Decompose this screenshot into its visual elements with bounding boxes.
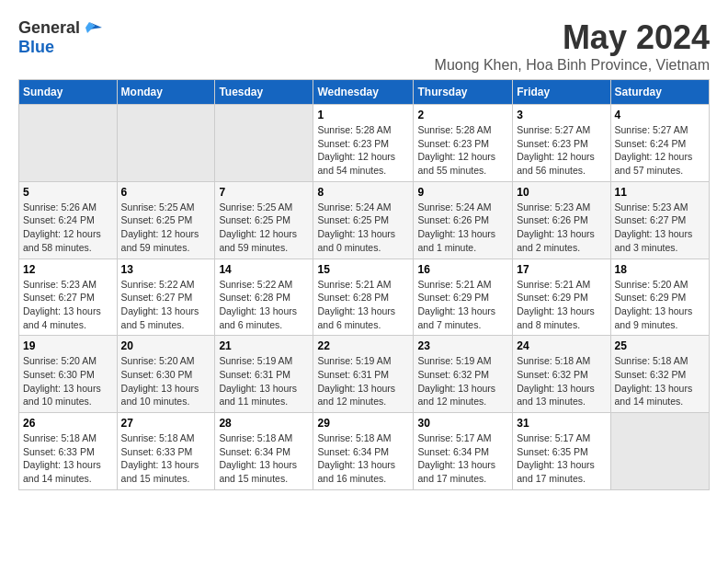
calendar-week-row: 1Sunrise: 5:28 AM Sunset: 6:23 PM Daylig… (19, 105, 710, 182)
calendar-cell: 6Sunrise: 5:25 AM Sunset: 6:25 PM Daylig… (117, 181, 215, 259)
calendar-cell: 13Sunrise: 5:22 AM Sunset: 6:27 PM Dayli… (117, 259, 215, 336)
day-info: Sunrise: 5:19 AM Sunset: 6:31 PM Dayligh… (219, 354, 309, 408)
day-info: Sunrise: 5:25 AM Sunset: 6:25 PM Dayligh… (121, 201, 211, 255)
calendar-cell: 7Sunrise: 5:25 AM Sunset: 6:25 PM Daylig… (215, 181, 313, 259)
column-header-thursday: Thursday (414, 80, 513, 105)
column-header-wednesday: Wednesday (313, 80, 414, 105)
calendar-cell: 22Sunrise: 5:19 AM Sunset: 6:31 PM Dayli… (313, 336, 414, 413)
day-number: 3 (517, 109, 606, 121)
calendar-cell: 23Sunrise: 5:19 AM Sunset: 6:32 PM Dayli… (414, 336, 513, 413)
calendar-cell: 14Sunrise: 5:22 AM Sunset: 6:28 PM Dayli… (215, 259, 313, 336)
day-number: 19 (23, 339, 113, 352)
day-number: 17 (517, 263, 606, 276)
calendar-cell: 17Sunrise: 5:21 AM Sunset: 6:29 PM Dayli… (513, 259, 610, 336)
day-number: 15 (317, 263, 409, 276)
day-number: 29 (317, 417, 409, 430)
day-number: 10 (517, 186, 606, 199)
day-info: Sunrise: 5:18 AM Sunset: 6:33 PM Dayligh… (121, 431, 211, 486)
day-number: 21 (219, 339, 309, 352)
calendar-cell (19, 105, 118, 182)
day-number: 27 (121, 417, 211, 430)
day-info: Sunrise: 5:21 AM Sunset: 6:28 PM Dayligh… (317, 278, 409, 332)
location-title: Muong Khen, Hoa Binh Province, Vietnam (435, 57, 710, 74)
day-number: 9 (417, 186, 508, 199)
day-number: 6 (121, 186, 211, 199)
calendar-cell: 24Sunrise: 5:18 AM Sunset: 6:32 PM Dayli… (513, 336, 610, 413)
day-info: Sunrise: 5:20 AM Sunset: 6:30 PM Dayligh… (23, 354, 113, 408)
day-number: 5 (23, 186, 113, 199)
calendar-cell: 1Sunrise: 5:28 AM Sunset: 6:23 PM Daylig… (313, 105, 414, 182)
day-number: 20 (121, 339, 211, 352)
day-number: 22 (317, 339, 409, 352)
day-info: Sunrise: 5:24 AM Sunset: 6:26 PM Dayligh… (417, 201, 508, 255)
column-header-saturday: Saturday (610, 80, 709, 105)
calendar-cell: 16Sunrise: 5:21 AM Sunset: 6:29 PM Dayli… (414, 259, 513, 336)
calendar-cell: 12Sunrise: 5:23 AM Sunset: 6:27 PM Dayli… (19, 259, 118, 336)
day-info: Sunrise: 5:25 AM Sunset: 6:25 PM Dayligh… (219, 201, 309, 255)
column-header-friday: Friday (513, 80, 610, 105)
day-info: Sunrise: 5:28 AM Sunset: 6:23 PM Dayligh… (317, 123, 409, 178)
day-number: 2 (417, 109, 508, 121)
day-info: Sunrise: 5:22 AM Sunset: 6:27 PM Dayligh… (121, 278, 211, 332)
column-header-sunday: Sunday (19, 80, 118, 105)
calendar-cell: 30Sunrise: 5:17 AM Sunset: 6:34 PM Dayli… (414, 413, 513, 490)
day-number: 25 (615, 339, 705, 352)
day-number: 14 (219, 263, 309, 276)
calendar-cell: 8Sunrise: 5:24 AM Sunset: 6:25 PM Daylig… (313, 181, 414, 259)
day-info: Sunrise: 5:18 AM Sunset: 6:34 PM Dayligh… (219, 431, 309, 486)
calendar-week-row: 5Sunrise: 5:26 AM Sunset: 6:24 PM Daylig… (19, 181, 710, 259)
day-number: 30 (417, 417, 508, 430)
column-header-monday: Monday (117, 80, 215, 105)
day-number: 31 (517, 417, 606, 430)
calendar-cell: 3Sunrise: 5:27 AM Sunset: 6:23 PM Daylig… (513, 105, 610, 182)
calendar-cell: 28Sunrise: 5:18 AM Sunset: 6:34 PM Dayli… (215, 413, 313, 490)
logo: General Blue (18, 18, 102, 57)
logo-blue-text: Blue (18, 38, 54, 57)
title-section: May 2024 Muong Khen, Hoa Binh Province, … (435, 18, 710, 74)
day-info: Sunrise: 5:18 AM Sunset: 6:32 PM Dayligh… (517, 354, 606, 408)
calendar-cell: 9Sunrise: 5:24 AM Sunset: 6:26 PM Daylig… (414, 181, 513, 259)
day-info: Sunrise: 5:27 AM Sunset: 6:23 PM Dayligh… (517, 123, 606, 178)
day-number: 24 (517, 339, 606, 352)
calendar-cell: 19Sunrise: 5:20 AM Sunset: 6:30 PM Dayli… (19, 336, 118, 413)
day-info: Sunrise: 5:23 AM Sunset: 6:26 PM Dayligh… (517, 201, 606, 255)
calendar-week-row: 26Sunrise: 5:18 AM Sunset: 6:33 PM Dayli… (19, 413, 710, 490)
day-number: 8 (317, 186, 409, 199)
page-header: General Blue May 2024 Muong Khen, Hoa Bi… (18, 18, 710, 74)
day-number: 12 (23, 263, 113, 276)
calendar-cell: 29Sunrise: 5:18 AM Sunset: 6:34 PM Dayli… (313, 413, 414, 490)
day-info: Sunrise: 5:26 AM Sunset: 6:24 PM Dayligh… (23, 201, 113, 255)
day-number: 23 (417, 339, 508, 352)
calendar-cell: 21Sunrise: 5:19 AM Sunset: 6:31 PM Dayli… (215, 336, 313, 413)
day-info: Sunrise: 5:21 AM Sunset: 6:29 PM Dayligh… (417, 278, 508, 332)
day-info: Sunrise: 5:27 AM Sunset: 6:24 PM Dayligh… (615, 123, 705, 178)
calendar-cell: 4Sunrise: 5:27 AM Sunset: 6:24 PM Daylig… (610, 105, 709, 182)
calendar-table: SundayMondayTuesdayWednesdayThursdayFrid… (18, 79, 710, 490)
day-info: Sunrise: 5:17 AM Sunset: 6:35 PM Dayligh… (517, 431, 606, 486)
calendar-cell: 11Sunrise: 5:23 AM Sunset: 6:27 PM Dayli… (610, 181, 709, 259)
month-title: May 2024 (435, 18, 710, 57)
day-info: Sunrise: 5:23 AM Sunset: 6:27 PM Dayligh… (615, 201, 705, 255)
day-number: 28 (219, 417, 309, 430)
calendar-cell (117, 105, 215, 182)
calendar-cell (215, 105, 313, 182)
day-info: Sunrise: 5:21 AM Sunset: 6:29 PM Dayligh… (517, 278, 606, 332)
day-number: 11 (615, 186, 705, 199)
day-info: Sunrise: 5:19 AM Sunset: 6:32 PM Dayligh… (417, 354, 508, 408)
calendar-cell: 10Sunrise: 5:23 AM Sunset: 6:26 PM Dayli… (513, 181, 610, 259)
day-number: 13 (121, 263, 211, 276)
calendar-cell: 2Sunrise: 5:28 AM Sunset: 6:23 PM Daylig… (414, 105, 513, 182)
calendar-cell (610, 413, 709, 490)
calendar-cell: 5Sunrise: 5:26 AM Sunset: 6:24 PM Daylig… (19, 181, 118, 259)
calendar-cell: 15Sunrise: 5:21 AM Sunset: 6:28 PM Dayli… (313, 259, 414, 336)
calendar-cell: 18Sunrise: 5:20 AM Sunset: 6:29 PM Dayli… (610, 259, 709, 336)
day-info: Sunrise: 5:18 AM Sunset: 6:33 PM Dayligh… (23, 431, 113, 486)
logo-bird-icon (82, 20, 102, 37)
calendar-cell: 20Sunrise: 5:20 AM Sunset: 6:30 PM Dayli… (117, 336, 215, 413)
day-number: 18 (615, 263, 705, 276)
calendar-cell: 31Sunrise: 5:17 AM Sunset: 6:35 PM Dayli… (513, 413, 610, 490)
day-info: Sunrise: 5:24 AM Sunset: 6:25 PM Dayligh… (317, 201, 409, 255)
day-info: Sunrise: 5:17 AM Sunset: 6:34 PM Dayligh… (417, 431, 508, 486)
day-info: Sunrise: 5:22 AM Sunset: 6:28 PM Dayligh… (219, 278, 309, 332)
day-info: Sunrise: 5:28 AM Sunset: 6:23 PM Dayligh… (417, 123, 508, 178)
